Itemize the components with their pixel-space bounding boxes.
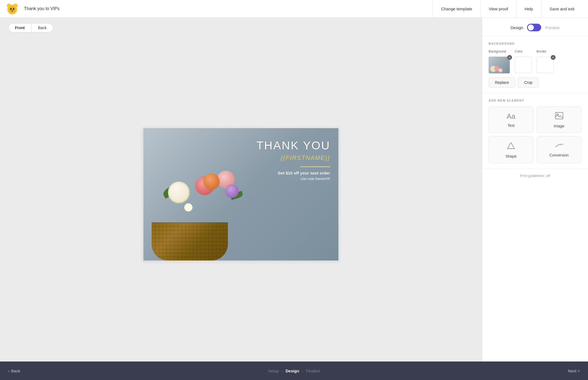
breadcrumb-design: Design (286, 369, 299, 373)
breadcrumb-sep-1: › (281, 369, 283, 373)
help-button[interactable]: Help (516, 0, 541, 18)
breadcrumb: Setup › Design › Finalize (20, 369, 568, 373)
shape-label: Shape (506, 154, 516, 158)
next-label: Next > (568, 369, 580, 373)
add-element-section: ADD NEW ELEMENT Aa Text (482, 93, 588, 169)
border-col-label: Border (537, 50, 546, 53)
element-grid: Aa Text Image (489, 106, 581, 163)
design-preview-switch[interactable] (527, 24, 541, 31)
shape-icon (507, 142, 515, 151)
svg-point-9 (13, 8, 14, 8)
background-remove-button[interactable]: × (507, 55, 512, 60)
card-code: Use code thanksVIP (243, 177, 330, 181)
save-exit-button[interactable]: Save and exit (541, 0, 583, 18)
background-thumbnail-wrapper: × (489, 57, 510, 74)
bottom-bar: ‹ Back Setup › Design › Finalize Next > (0, 361, 588, 380)
image-icon (555, 112, 563, 121)
svg-point-5 (13, 8, 14, 10)
card-canvas-wrapper: THANK YOU {{FIRSTNAME}} Get $10 off your… (0, 38, 482, 361)
svg-point-4 (10, 8, 12, 10)
flower-orange-rose (203, 173, 220, 190)
border-remove-button[interactable]: × (551, 55, 556, 60)
view-toggle: Front Back (0, 18, 482, 38)
color-col: Color (515, 50, 532, 73)
flower-purple (225, 184, 239, 198)
design-preview-toggle: Design Preview (482, 18, 588, 36)
svg-point-7 (12, 10, 13, 11)
design-label: Design (510, 25, 523, 30)
basket-weave (152, 222, 228, 261)
color-swatch[interactable] (515, 57, 532, 73)
border-swatch[interactable] (537, 57, 553, 73)
card-title: THANK YOU (243, 139, 330, 152)
card-text-area: THANK YOU {{FIRSTNAME}} Get $10 off your… (243, 139, 330, 181)
card-canvas[interactable]: THANK YOU {{FIRSTNAME}} Get $10 off your… (143, 128, 339, 261)
toggle-knob (528, 24, 534, 30)
basket-body (152, 222, 228, 261)
thumb-flower-3 (498, 68, 503, 72)
flower-daisy (184, 203, 192, 212)
breadcrumb-sep-2: › (302, 369, 303, 373)
flower-cream-rose (168, 182, 190, 203)
card-firstname: {{FIRSTNAME}} (243, 154, 330, 161)
view-proof-button[interactable]: View proof (480, 0, 516, 18)
main-content: Front Back (0, 18, 588, 361)
change-template-button[interactable]: Change template (433, 0, 480, 18)
add-element-label: ADD NEW ELEMENT (489, 99, 581, 102)
background-col: Background × (489, 50, 510, 74)
front-view-button[interactable]: Front (8, 23, 32, 32)
nav-actions: Change template View proof Help Save and… (433, 0, 583, 18)
add-conversion-button[interactable]: Conversion (537, 136, 582, 163)
back-arrow-icon: ‹ (8, 369, 10, 373)
text-label: Text (507, 123, 514, 128)
image-label: Image (554, 124, 564, 128)
background-section-label: BACKGROUND (489, 42, 581, 45)
project-title: Thank you to VIPs (24, 6, 60, 11)
canvas-area: Front Back (0, 18, 482, 361)
back-label: Back (11, 369, 20, 373)
replace-button[interactable]: Replace (489, 77, 515, 88)
breadcrumb-setup: Setup (268, 369, 279, 373)
color-col-label: Color (515, 50, 523, 53)
add-text-button[interactable]: Aa Text (489, 106, 534, 133)
top-nav: Thank you to VIPs Change template View p… (0, 0, 588, 18)
text-icon: Aa (507, 112, 515, 121)
next-button[interactable]: Next > (568, 369, 580, 373)
thumbnail-flowers (489, 57, 510, 73)
background-thumbnail[interactable] (489, 57, 510, 73)
flower-basket (143, 149, 255, 261)
background-col-label: Background (489, 50, 506, 53)
card-offer: Get $10 off your next order (243, 171, 330, 175)
conversion-label: Conversion (549, 153, 569, 157)
back-view-button[interactable]: Back (32, 23, 53, 32)
background-row: Background × Color (489, 50, 581, 74)
add-image-button[interactable]: Image (537, 106, 582, 133)
background-buttons: Replace Crop (489, 77, 581, 88)
right-panel: Design Preview BACKGROUND Background (482, 18, 588, 361)
border-swatch-wrapper: × (537, 57, 554, 73)
border-col: Border × (537, 50, 554, 73)
svg-rect-10 (555, 112, 563, 119)
background-section: BACKGROUND Background × (482, 36, 588, 93)
bottom-back-button[interactable]: ‹ Back (8, 369, 20, 373)
print-guidelines: Print guidelines: off (482, 169, 588, 182)
preview-label: Preview (545, 25, 559, 30)
breadcrumb-finalize: Finalize (306, 369, 320, 373)
app-logo (5, 2, 19, 16)
add-shape-button[interactable]: Shape (489, 136, 534, 163)
card-divider (300, 166, 330, 167)
print-guidelines-text: Print guidelines: off (520, 174, 550, 178)
color-swatch-wrapper (515, 57, 532, 73)
svg-point-8 (11, 8, 12, 8)
crop-button[interactable]: Crop (518, 77, 538, 88)
conversion-icon (555, 142, 564, 150)
